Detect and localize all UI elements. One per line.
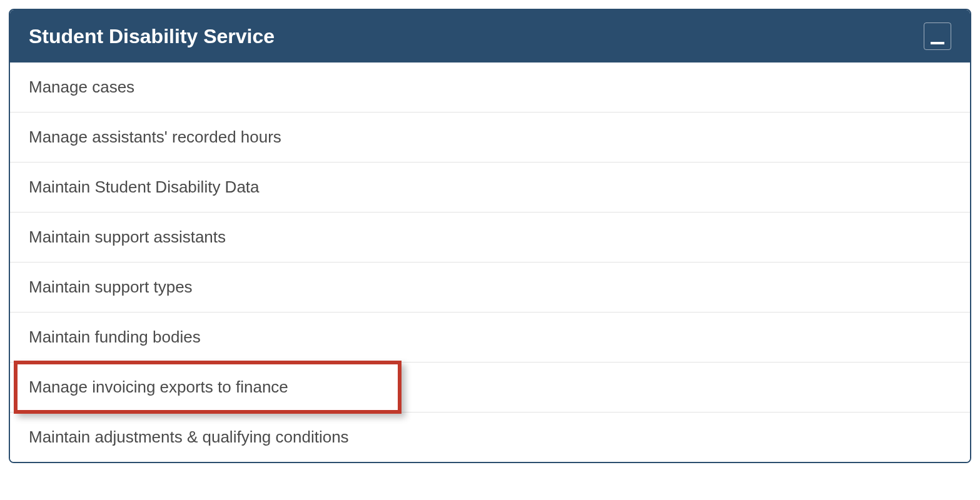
menu-list: Manage cases Manage assistants' recorded…	[10, 62, 970, 462]
minimize-icon	[931, 42, 944, 44]
menu-item-label: Manage assistants' recorded hours	[29, 128, 281, 146]
menu-item-maintain-adjustments[interactable]: Maintain adjustments & qualifying condit…	[10, 412, 970, 462]
menu-item-manage-invoicing-exports[interactable]: Manage invoicing exports to finance	[10, 362, 970, 412]
menu-item-label: Maintain funding bodies	[29, 328, 201, 346]
menu-item-label: Manage invoicing exports to finance	[29, 378, 288, 396]
panel-title: Student Disability Service	[29, 25, 275, 48]
collapse-button[interactable]	[924, 22, 951, 50]
menu-item-label: Maintain support types	[29, 278, 193, 296]
menu-item-label: Maintain Student Disability Data	[29, 178, 260, 196]
disability-service-panel: Student Disability Service Manage cases …	[9, 9, 971, 463]
menu-item-maintain-support-types[interactable]: Maintain support types	[10, 262, 970, 312]
menu-item-manage-assistants-hours[interactable]: Manage assistants' recorded hours	[10, 112, 970, 162]
panel-header: Student Disability Service	[10, 10, 970, 62]
menu-item-label: Manage cases	[29, 78, 134, 96]
menu-item-label: Maintain adjustments & qualifying condit…	[29, 428, 349, 446]
menu-item-maintain-disability-data[interactable]: Maintain Student Disability Data	[10, 162, 970, 212]
menu-item-label: Maintain support assistants	[29, 228, 226, 246]
menu-item-maintain-support-assistants[interactable]: Maintain support assistants	[10, 212, 970, 262]
menu-item-manage-cases[interactable]: Manage cases	[10, 62, 970, 112]
menu-item-maintain-funding-bodies[interactable]: Maintain funding bodies	[10, 312, 970, 362]
